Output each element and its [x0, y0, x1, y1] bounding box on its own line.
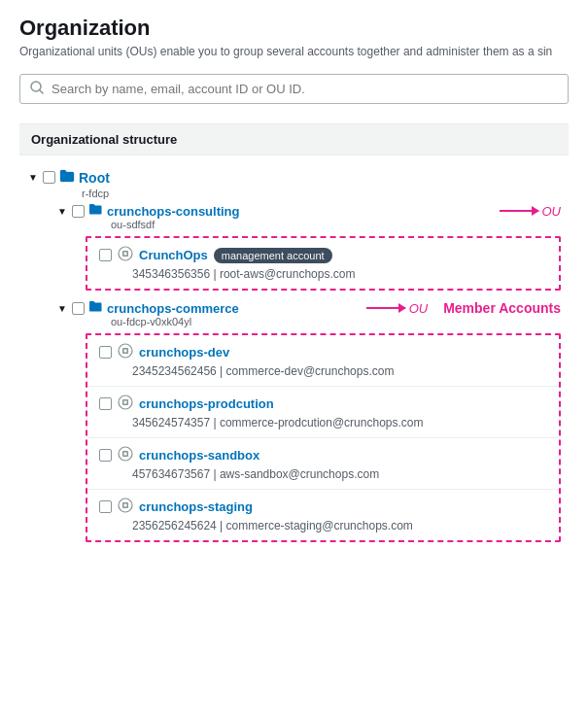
svg-rect-22 — [124, 453, 126, 455]
root-id: r-fdcp — [27, 188, 561, 199]
ou-commerce-checkbox[interactable] — [72, 302, 85, 315]
account-sandbox-name[interactable]: crunchops-sandbox — [139, 448, 259, 463]
account-prodcution-row: crunchops-prodcution — [99, 395, 547, 413]
account-crunchops-details: 345346356356 | root-aws@crunchops.com — [99, 267, 547, 281]
ou-consulting-folder-icon — [88, 203, 103, 219]
annotation-text-1: OU — [542, 204, 562, 219]
ou-consulting-left: ▼ crunchops-consulting — [56, 203, 240, 219]
svg-rect-10 — [124, 350, 126, 352]
ou-consulting-container: ▼ crunchops-consulting OU — [56, 203, 561, 291]
svg-rect-30 — [124, 505, 126, 507]
search-icon — [30, 81, 44, 97]
commerce-accounts-box: crunchops-dev 2345234562456 | commerce-d… — [86, 333, 561, 542]
svg-rect-13 — [125, 351, 127, 353]
svg-rect-28 — [124, 504, 126, 506]
account-sandbox-details: 457634673567 | aws-sandbox@crunchops.com — [99, 467, 547, 481]
page-title: Organization — [19, 16, 569, 41]
account-dev-id: 2345234562456 — [132, 364, 217, 378]
account-crunchops: CrunchOps management account 34534635635… — [87, 238, 559, 289]
ou-commerce-left: ▼ crunchops-commerce — [56, 300, 239, 316]
annotation-arrow-2 — [366, 307, 405, 309]
ou-commerce-row-wrap: ▼ crunchops-commerce OU — [56, 300, 561, 316]
page-container: Organization Organizational units (OUs) … — [0, 0, 588, 575]
annotation-arrow-1 — [500, 210, 538, 212]
ou-consulting-chevron[interactable]: ▼ — [56, 206, 68, 217]
account-sandbox: crunchops-sandbox 457634673567 | aws-san… — [87, 438, 559, 490]
account-sandbox-icon — [118, 446, 133, 464]
account-staging-checkbox[interactable] — [99, 500, 112, 513]
account-crunchops-checkbox[interactable] — [99, 249, 112, 261]
root-folder-icon — [59, 169, 75, 186]
root-label[interactable]: Root — [79, 170, 110, 186]
root-row: ▼ Root — [27, 167, 561, 188]
ou-commerce-label[interactable]: crunchops-commerce — [107, 301, 239, 316]
account-dev-checkbox[interactable] — [99, 346, 112, 359]
svg-rect-29 — [125, 504, 127, 506]
root-node: ▼ Root r-fdcp ▼ — [27, 167, 561, 542]
account-staging-icon — [118, 498, 133, 516]
account-prodcution-id: 345624574357 — [132, 416, 210, 429]
account-prodcution-name[interactable]: crunchops-prodcution — [139, 396, 274, 411]
account-prodcution-checkbox[interactable] — [99, 397, 112, 410]
ou-consulting-row-wrap: ▼ crunchops-consulting OU — [56, 203, 561, 219]
ou-consulting-checkbox[interactable] — [72, 205, 85, 218]
tree-container: ▼ Root r-fdcp ▼ — [19, 155, 569, 560]
member-accounts-label: Member Accounts — [443, 300, 561, 316]
account-sandbox-checkbox[interactable] — [99, 449, 112, 462]
page-description: Organizational units (OUs) enable you to… — [19, 45, 569, 58]
account-crunchops-icon — [118, 246, 133, 264]
account-dev: crunchops-dev 2345234562456 | commerce-d… — [87, 335, 559, 387]
search-input[interactable] — [52, 82, 558, 96]
ou-consulting-annotation: OU — [500, 204, 562, 219]
account-staging: crunchops-staging 2356256245624 | commer… — [87, 490, 559, 540]
account-dev-icon — [118, 343, 133, 361]
consulting-accounts-box: CrunchOps management account 34534635635… — [86, 236, 561, 291]
root-checkbox[interactable] — [43, 171, 55, 184]
ou-commerce-container: ▼ crunchops-commerce OU — [56, 300, 561, 542]
account-crunchops-row: CrunchOps management account — [99, 246, 547, 264]
svg-line-1 — [40, 90, 43, 93]
account-staging-id: 2356256245624 — [132, 519, 217, 532]
svg-rect-4 — [124, 253, 126, 255]
account-dev-name[interactable]: crunchops-dev — [139, 345, 229, 360]
account-prodcution: crunchops-prodcution 345624574357 | comm… — [87, 387, 559, 438]
account-sandbox-row: crunchops-sandbox — [99, 446, 547, 464]
ou-commerce-annotation: OU — [366, 301, 429, 316]
ou-commerce-folder-icon — [88, 300, 103, 316]
account-sandbox-id: 457634673567 — [132, 467, 210, 481]
ou-consulting-label[interactable]: crunchops-consulting — [107, 204, 240, 219]
account-dev-details: 2345234562456 | commerce-dev@crunchops.c… — [99, 364, 547, 378]
account-dev-email: commerce-dev@crunchops.com — [226, 364, 395, 378]
account-sandbox-email: aws-sandbox@crunchops.com — [220, 467, 379, 481]
account-prodcution-details: 345624574357 | commerce-prodcution@crunc… — [99, 416, 547, 429]
management-badge: management account — [214, 248, 332, 263]
section-header: Organizational structure — [19, 123, 569, 155]
svg-rect-17 — [125, 401, 127, 403]
account-prodcution-icon — [118, 395, 133, 413]
svg-rect-11 — [125, 350, 127, 352]
account-staging-email: commerce-staging@crunchops.com — [226, 519, 413, 532]
ou-commerce-annotation-wrap: OU Member Accounts — [359, 300, 561, 316]
ou-commerce-chevron[interactable]: ▼ — [56, 303, 68, 314]
account-prodcution-email: commerce-prodcution@crunchops.com — [220, 416, 424, 429]
account-staging-row: crunchops-staging — [99, 498, 547, 516]
svg-rect-6 — [124, 254, 126, 256]
account-crunchops-name[interactable]: CrunchOps — [139, 248, 208, 262]
svg-rect-5 — [125, 253, 127, 255]
svg-rect-25 — [125, 454, 127, 456]
root-chevron[interactable]: ▼ — [27, 172, 39, 183]
svg-rect-24 — [124, 454, 126, 456]
svg-rect-31 — [125, 505, 127, 507]
svg-rect-18 — [124, 402, 126, 404]
account-staging-details: 2356256245624 | commerce-staging@cruncho… — [99, 519, 547, 532]
ou-consulting-id: ou-sdfsdf — [56, 219, 561, 230]
svg-rect-7 — [125, 254, 127, 256]
svg-rect-16 — [124, 401, 126, 403]
account-staging-name[interactable]: crunchops-staging — [139, 499, 253, 514]
svg-rect-12 — [124, 351, 126, 353]
ou-commerce-id: ou-fdcp-v0xk04yl — [56, 316, 561, 327]
account-crunchops-id: 345346356356 — [132, 267, 210, 281]
svg-rect-19 — [125, 402, 127, 404]
account-dev-row: crunchops-dev — [99, 343, 547, 361]
account-crunchops-email: root-aws@crunchops.com — [220, 267, 356, 281]
